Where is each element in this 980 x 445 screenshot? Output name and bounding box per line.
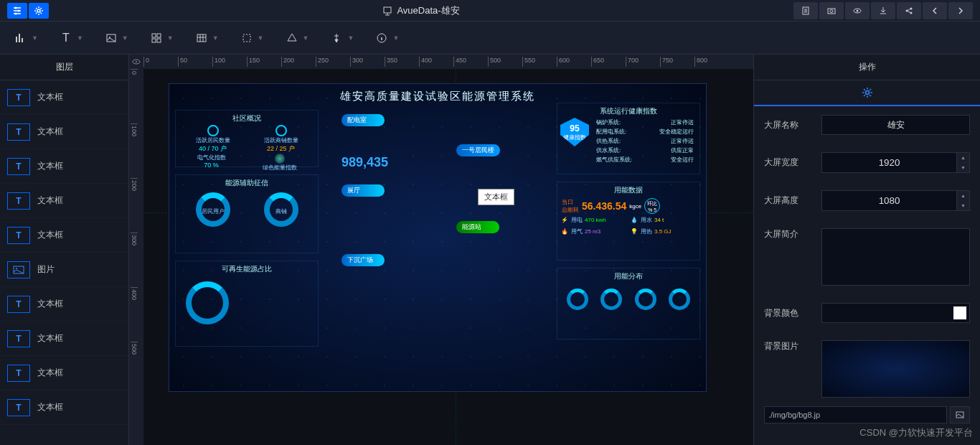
- tool-chart[interactable]: ▼: [14, 32, 38, 44]
- donut-chart: [635, 289, 656, 310]
- layer-item[interactable]: T文本框: [0, 149, 128, 184]
- layer-label: 文本框: [37, 160, 63, 172]
- step-down[interactable]: ▼: [957, 201, 969, 211]
- chevron-down-icon: ▼: [32, 34, 38, 42]
- ruler-corner[interactable]: [129, 55, 143, 69]
- svg-rect-20: [243, 34, 250, 42]
- layer-item[interactable]: T文本框: [0, 390, 128, 425]
- preview-button[interactable]: [845, 2, 870, 19]
- layers-panel-title: 图层: [0, 55, 128, 80]
- layer-item[interactable]: T文本框: [0, 356, 128, 390]
- step-up[interactable]: ▲: [957, 153, 969, 163]
- properties-panel: 操作 大屏名称 大屏宽度▲▼ 大屏高度▲▼ 大屏简介 背景颜色 背景图片: [753, 55, 980, 445]
- bgcolor-picker[interactable]: [821, 303, 970, 323]
- chevron-down-icon: ▼: [122, 34, 128, 42]
- download-button[interactable]: [871, 2, 895, 19]
- layer-item[interactable]: 图片: [0, 253, 128, 287]
- location-pill[interactable]: 展厅: [341, 184, 385, 197]
- share-button[interactable]: [897, 2, 921, 19]
- layer-type-icon: [7, 261, 30, 278]
- box-usage[interactable]: 用能数据 当日 总能耗 56.436.54 kgce 环比% 5 ⚡用电 470…: [557, 182, 700, 261]
- prev-button[interactable]: [923, 2, 947, 19]
- donut-chart: [600, 289, 622, 310]
- box-community[interactable]: 社区概况 活跃居民数量40 / 70 户 活跃商铺数量22 / 25 户 电气化…: [175, 110, 319, 167]
- tool-select[interactable]: ▼: [240, 32, 264, 44]
- box-dist[interactable]: 用能分布: [557, 268, 700, 339]
- box-health[interactable]: 系统运行健康指数 95健康指数 锅炉系统:正常停运配用电系统:安全稳定运行供热系…: [557, 103, 700, 174]
- svg-rect-15: [152, 34, 156, 37]
- properties-tabs: [754, 80, 980, 106]
- layer-item[interactable]: T文本框: [0, 322, 128, 356]
- svg-rect-19: [197, 34, 206, 42]
- location-pill[interactable]: 配电室: [341, 114, 385, 126]
- ruler-horizontal[interactable]: 0501001502002503003504004505005506006507…: [143, 55, 753, 69]
- tool-text[interactable]: T▼: [60, 32, 83, 44]
- doc-button[interactable]: [793, 2, 818, 19]
- height-stepper[interactable]: ▲▼: [821, 190, 970, 211]
- prop-label: 大屏宽度: [764, 156, 814, 169]
- center-number: 989,435: [341, 155, 442, 170]
- step-up[interactable]: ▲: [957, 191, 969, 201]
- location-pill[interactable]: 下沉广场: [341, 254, 385, 266]
- layer-item[interactable]: T文本框: [0, 218, 128, 253]
- svg-point-7: [830, 9, 833, 12]
- bgimg-path-input[interactable]: [764, 406, 947, 423]
- layer-item[interactable]: T文本框: [0, 287, 128, 322]
- donut-chart: [669, 289, 690, 310]
- camera-button[interactable]: [819, 2, 844, 19]
- ratio-badge: 环比% 5: [644, 198, 660, 214]
- layer-item[interactable]: T文本框: [0, 184, 128, 218]
- location-pill[interactable]: 能源站: [456, 221, 499, 233]
- shield-icon: 95健康指数: [560, 118, 589, 146]
- prop-label: 背景图片: [764, 340, 814, 352]
- ruler-vertical[interactable]: 0100200300400500: [129, 69, 143, 445]
- layer-type-icon: T: [7, 158, 30, 175]
- layers-panel: 图层 T文本框T文本框T文本框T文本框T文本框图片T文本框T文本框T文本框T文本…: [0, 55, 129, 445]
- svg-point-1: [18, 9, 20, 11]
- tool-image[interactable]: ▼: [105, 32, 128, 44]
- location-pill[interactable]: 一号居民楼: [456, 144, 500, 156]
- svg-rect-4: [384, 7, 391, 13]
- dashboard-canvas[interactable]: 雄安高质量建设试验区能源管理系统 社区概况 活跃居民数量40 / 70 户 活跃…: [169, 83, 707, 392]
- layer-label: 文本框: [37, 367, 63, 379]
- bgimg-preview[interactable]: [821, 340, 970, 398]
- svg-point-2: [15, 12, 17, 14]
- desc-textarea[interactable]: [821, 228, 970, 286]
- toolbar: ▼ T▼ ▼ ▼ ▼ ▼ ▼ ▼ ▼: [0, 22, 980, 55]
- chevron-down-icon: ▼: [347, 34, 354, 42]
- settings-sliders-button[interactable]: [7, 3, 27, 19]
- step-down[interactable]: ▼: [957, 163, 969, 173]
- layer-item[interactable]: T文本框: [0, 115, 128, 149]
- width-stepper[interactable]: ▲▼: [821, 152, 970, 173]
- watermark: CSDN @力软快速开发平台: [859, 426, 973, 439]
- tool-table[interactable]: ▼: [195, 32, 219, 44]
- tool-info[interactable]: ▼: [375, 32, 399, 44]
- svg-point-0: [15, 6, 17, 9]
- layer-type-icon: T: [7, 192, 30, 210]
- gear-icon[interactable]: [862, 87, 873, 98]
- tool-pin[interactable]: ▼: [330, 32, 354, 44]
- tool-shape[interactable]: ▼: [286, 32, 309, 44]
- next-button[interactable]: [948, 2, 973, 19]
- layer-type-icon: T: [7, 399, 30, 416]
- svg-point-25: [136, 61, 137, 62]
- screen-name-input[interactable]: [821, 115, 970, 135]
- layer-type-icon: T: [7, 365, 30, 382]
- donut-chart: [567, 289, 588, 310]
- gear-button[interactable]: [29, 3, 49, 19]
- svg-point-9: [857, 9, 859, 11]
- layer-type-icon: T: [7, 227, 30, 244]
- box-energy-aux[interactable]: 能源辅助征信 居民用户 商铺: [175, 174, 319, 253]
- tool-grid[interactable]: ▼: [150, 32, 174, 44]
- canvas-area[interactable]: 0501001502002503003504004505005506006507…: [129, 55, 753, 445]
- box-renewable[interactable]: 可再生能源占比: [175, 261, 319, 347]
- textbox-placeholder[interactable]: 文本框: [478, 189, 514, 205]
- prop-label: 大屏简介: [764, 228, 814, 240]
- browse-button[interactable]: [950, 406, 970, 423]
- pills-col-1: 配电室 989,435 展厅 下沉广场: [341, 114, 442, 266]
- chevron-down-icon: ▼: [77, 34, 83, 42]
- presentation-icon: [382, 6, 392, 16]
- layer-item[interactable]: T文本框: [0, 80, 128, 115]
- layer-label: 文本框: [37, 195, 63, 207]
- svg-rect-17: [152, 39, 156, 42]
